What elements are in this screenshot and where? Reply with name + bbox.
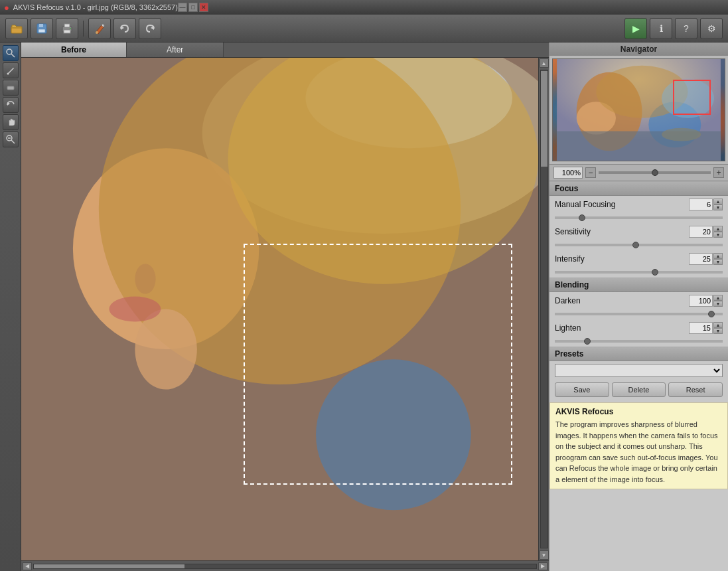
erase-tool-button[interactable] [3, 80, 19, 96]
toolbar: ▶ ℹ ? ⚙ [0, 15, 728, 42]
zoom-slider[interactable] [599, 171, 711, 174]
redo-button[interactable] [139, 18, 161, 39]
info-box: AKVIS Refocus The program improves sharp… [549, 402, 728, 489]
undo-button[interactable] [113, 18, 136, 39]
darken-up[interactable]: ▲ [713, 295, 723, 301]
darken-row: Darken ▲ ▼ [549, 292, 728, 319]
zoom-out-tool-button[interactable] [3, 131, 19, 147]
svg-rect-6 [64, 30, 70, 33]
intensify-down[interactable]: ▼ [713, 259, 723, 265]
lighten-slider[interactable] [555, 340, 723, 343]
focus-section-header: Focus [549, 181, 728, 196]
lighten-value-box: ▲ ▼ [689, 322, 723, 334]
manual-focusing-label: Manual Focusing [555, 200, 615, 209]
run-button[interactable]: ▶ [624, 18, 647, 39]
close-button[interactable]: ✕ [199, 3, 208, 12]
manual-focusing-up[interactable]: ▲ [713, 199, 723, 204]
svg-point-27 [109, 297, 161, 322]
sensitivity-input[interactable] [689, 226, 713, 238]
navigator-preview[interactable] [552, 58, 725, 161]
zoom-tool-button[interactable] [3, 45, 19, 61]
manual-focusing-down[interactable]: ▼ [713, 204, 723, 210]
svg-point-13 [7, 73, 9, 75]
zoom-decrease-button[interactable]: − [585, 167, 596, 178]
help-button[interactable]: ? [675, 18, 697, 39]
zoom-increase-button[interactable]: + [713, 167, 724, 178]
paint-button[interactable] [88, 18, 111, 39]
canvas-row: ▲ ▼ [21, 58, 549, 560]
scroll-right-button[interactable]: ▶ [538, 562, 547, 570]
vertical-scrollbar[interactable]: ▲ ▼ [538, 58, 549, 560]
info-button[interactable]: ℹ [650, 18, 672, 39]
intensify-up[interactable]: ▲ [713, 253, 723, 259]
intensify-label-row: Intensify ▲ ▼ [555, 253, 723, 265]
sensitivity-value-box: ▲ ▼ [689, 226, 723, 238]
print-button[interactable] [56, 18, 78, 39]
scroll-up-button[interactable]: ▲ [540, 58, 549, 68]
intensify-input[interactable] [689, 253, 713, 265]
manual-focusing-row: Manual Focusing ▲ ▼ [549, 196, 728, 223]
sensitivity-slider[interactable] [555, 244, 723, 246]
svg-marker-9 [121, 26, 124, 30]
intensify-label: Intensify [555, 254, 585, 264]
hand-tool-button[interactable] [3, 114, 19, 130]
lighten-input[interactable] [689, 322, 713, 334]
manual-focusing-input[interactable] [689, 199, 713, 210]
darken-input[interactable] [689, 295, 713, 307]
scroll-left-button[interactable]: ◀ [23, 562, 32, 570]
svg-point-26 [135, 309, 196, 390]
svg-rect-5 [64, 24, 70, 27]
restore-tool-button[interactable] [3, 97, 19, 113]
lighten-label-row: Lighten ▲ ▼ [555, 322, 723, 334]
sensitivity-down[interactable]: ▼ [713, 232, 723, 238]
lighten-up[interactable]: ▲ [713, 322, 723, 328]
darken-value-box: ▲ ▼ [689, 295, 723, 307]
intensify-slider[interactable] [555, 271, 723, 274]
window-controls: — □ ✕ [178, 3, 208, 12]
manual-focusing-slider[interactable] [555, 216, 723, 219]
h-scroll-thumb[interactable] [34, 564, 184, 568]
svg-marker-15 [7, 102, 10, 106]
v-scroll-track[interactable] [540, 70, 548, 548]
minimize-button[interactable]: — [178, 3, 187, 12]
sensitivity-up[interactable]: ▲ [713, 226, 723, 232]
svg-rect-3 [38, 29, 45, 33]
scroll-down-button[interactable]: ▼ [540, 550, 549, 560]
delete-preset-button[interactable]: Delete [612, 382, 666, 397]
canvas-container[interactable] [21, 58, 538, 560]
main-layout: Before After [0, 42, 728, 571]
brush-tool-button[interactable] [3, 62, 19, 78]
tab-before[interactable]: Before [21, 42, 127, 57]
svg-point-8 [96, 31, 98, 34]
save-preset-button[interactable]: Save [555, 382, 609, 397]
horizontal-scrollbar[interactable]: ◀ ▶ [21, 560, 549, 571]
tab-after[interactable]: After [127, 42, 224, 57]
info-text: The program improves sharpness of blurre… [555, 419, 722, 485]
controls-panel: Focus Manual Focusing ▲ ▼ [549, 181, 728, 571]
svg-line-18 [11, 140, 15, 143]
open-button[interactable] [5, 18, 28, 39]
lighten-down[interactable]: ▼ [713, 328, 723, 334]
svg-point-25 [316, 359, 471, 510]
intensify-arrows: ▲ ▼ [713, 253, 723, 265]
canvas-image [21, 58, 538, 560]
sensitivity-label-row: Sensitivity ▲ ▼ [555, 226, 723, 238]
left-tools-panel [0, 42, 21, 571]
maximize-button[interactable]: □ [188, 3, 198, 12]
settings-button[interactable]: ⚙ [700, 18, 723, 39]
svg-rect-14 [7, 86, 14, 90]
reset-preset-button[interactable]: Reset [668, 382, 723, 397]
manual-focusing-arrows: ▲ ▼ [713, 199, 723, 210]
svg-point-28 [135, 264, 155, 293]
presets-dropdown[interactable] [555, 364, 723, 377]
zoom-value-input[interactable] [553, 167, 583, 179]
v-scroll-thumb[interactable] [541, 71, 547, 167]
h-scroll-track[interactable] [33, 564, 537, 569]
manual-focusing-label-row: Manual Focusing ▲ ▼ [555, 199, 723, 210]
svg-point-7 [70, 28, 71, 29]
darken-down[interactable]: ▼ [713, 301, 723, 307]
svg-point-11 [7, 49, 12, 54]
save-button[interactable] [31, 18, 53, 39]
darken-slider[interactable] [555, 313, 723, 315]
svg-marker-10 [151, 26, 154, 30]
